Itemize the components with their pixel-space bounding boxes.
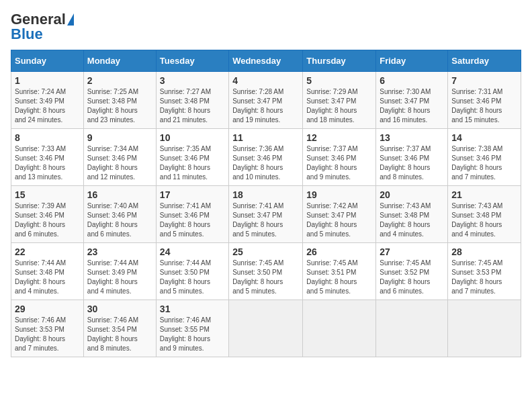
day-info: Sunrise: 7:31 AMSunset: 3:46 PMDaylight:… xyxy=(451,87,517,125)
calendar-cell: 18Sunrise: 7:41 AMSunset: 3:47 PMDayligh… xyxy=(229,186,303,243)
day-info: Sunrise: 7:38 AMSunset: 3:46 PMDaylight:… xyxy=(451,144,517,182)
day-number: 8 xyxy=(15,132,80,143)
calendar-cell: 19Sunrise: 7:42 AMSunset: 3:47 PMDayligh… xyxy=(303,186,376,243)
calendar-week-1: 1Sunrise: 7:24 AMSunset: 3:49 PMDaylight… xyxy=(11,72,521,129)
day-info: Sunrise: 7:33 AMSunset: 3:46 PMDaylight:… xyxy=(15,144,80,182)
day-info: Sunrise: 7:46 AMSunset: 3:54 PMDaylight:… xyxy=(87,316,152,353)
calendar-cell: 25Sunrise: 7:45 AMSunset: 3:50 PMDayligh… xyxy=(229,243,303,300)
day-info: Sunrise: 7:42 AMSunset: 3:47 PMDaylight:… xyxy=(306,201,372,239)
day-number: 3 xyxy=(160,75,225,86)
day-info: Sunrise: 7:46 AMSunset: 3:53 PMDaylight:… xyxy=(15,316,80,353)
calendar-cell: 30Sunrise: 7:46 AMSunset: 3:54 PMDayligh… xyxy=(83,300,156,357)
logo-blue-text: Blue xyxy=(11,26,43,43)
day-number: 6 xyxy=(380,75,444,86)
day-number: 20 xyxy=(380,189,444,200)
calendar-cell: 14Sunrise: 7:38 AMSunset: 3:46 PMDayligh… xyxy=(448,129,521,186)
calendar-week-3: 15Sunrise: 7:39 AMSunset: 3:46 PMDayligh… xyxy=(11,186,521,243)
calendar-cell: 3Sunrise: 7:27 AMSunset: 3:48 PMDaylight… xyxy=(156,72,228,129)
day-number: 19 xyxy=(306,189,372,200)
calendar-cell xyxy=(448,300,521,357)
day-number: 18 xyxy=(232,189,299,200)
calendar-cell xyxy=(229,300,303,357)
day-header-wednesday: Wednesday xyxy=(229,50,303,72)
day-number: 13 xyxy=(380,132,444,143)
day-header-tuesday: Tuesday xyxy=(156,50,228,72)
day-number: 22 xyxy=(15,246,80,257)
calendar-cell: 5Sunrise: 7:29 AMSunset: 3:47 PMDaylight… xyxy=(303,72,376,129)
day-number: 15 xyxy=(15,189,80,200)
day-number: 17 xyxy=(160,189,225,200)
day-number: 24 xyxy=(160,246,225,257)
day-number: 11 xyxy=(232,132,299,143)
day-number: 29 xyxy=(15,304,80,314)
day-info: Sunrise: 7:44 AMSunset: 3:48 PMDaylight:… xyxy=(15,259,80,296)
day-header-monday: Monday xyxy=(83,50,156,72)
logo-triangle-icon xyxy=(67,13,74,26)
calendar-cell xyxy=(303,300,376,357)
day-number: 12 xyxy=(306,132,372,143)
day-info: Sunrise: 7:37 AMSunset: 3:46 PMDaylight:… xyxy=(380,144,444,182)
day-header-thursday: Thursday xyxy=(303,50,376,72)
day-number: 14 xyxy=(451,132,517,143)
day-info: Sunrise: 7:37 AMSunset: 3:46 PMDaylight:… xyxy=(306,144,372,182)
day-info: Sunrise: 7:45 AMSunset: 3:51 PMDaylight:… xyxy=(306,259,372,296)
calendar-cell: 7Sunrise: 7:31 AMSunset: 3:46 PMDaylight… xyxy=(448,72,521,129)
day-info: Sunrise: 7:24 AMSunset: 3:49 PMDaylight:… xyxy=(15,87,80,125)
calendar-cell: 16Sunrise: 7:40 AMSunset: 3:46 PMDayligh… xyxy=(83,186,156,243)
day-number: 23 xyxy=(87,246,152,257)
day-number: 16 xyxy=(87,189,152,200)
day-info: Sunrise: 7:45 AMSunset: 3:52 PMDaylight:… xyxy=(380,259,444,296)
calendar-cell: 8Sunrise: 7:33 AMSunset: 3:46 PMDaylight… xyxy=(11,129,84,186)
day-number: 28 xyxy=(451,246,517,257)
day-info: Sunrise: 7:45 AMSunset: 3:50 PMDaylight:… xyxy=(232,259,299,296)
calendar-cell: 26Sunrise: 7:45 AMSunset: 3:51 PMDayligh… xyxy=(303,243,376,300)
day-number: 10 xyxy=(160,132,225,143)
day-info: Sunrise: 7:39 AMSunset: 3:46 PMDaylight:… xyxy=(15,201,80,239)
day-number: 25 xyxy=(232,246,299,257)
day-number: 7 xyxy=(451,75,517,86)
calendar-cell: 9Sunrise: 7:34 AMSunset: 3:46 PMDaylight… xyxy=(83,129,156,186)
calendar-cell: 22Sunrise: 7:44 AMSunset: 3:48 PMDayligh… xyxy=(11,243,84,300)
calendar-cell: 10Sunrise: 7:35 AMSunset: 3:46 PMDayligh… xyxy=(156,129,228,186)
calendar-cell: 1Sunrise: 7:24 AMSunset: 3:49 PMDaylight… xyxy=(11,72,84,129)
day-number: 1 xyxy=(15,75,80,86)
day-info: Sunrise: 7:44 AMSunset: 3:49 PMDaylight:… xyxy=(87,259,152,296)
calendar-cell: 4Sunrise: 7:28 AMSunset: 3:47 PMDaylight… xyxy=(229,72,303,129)
day-info: Sunrise: 7:43 AMSunset: 3:48 PMDaylight:… xyxy=(380,201,444,239)
calendar-cell: 17Sunrise: 7:41 AMSunset: 3:46 PMDayligh… xyxy=(156,186,228,243)
day-info: Sunrise: 7:30 AMSunset: 3:47 PMDaylight:… xyxy=(380,87,444,125)
day-info: Sunrise: 7:29 AMSunset: 3:47 PMDaylight:… xyxy=(306,87,372,125)
calendar-body: 1Sunrise: 7:24 AMSunset: 3:49 PMDaylight… xyxy=(11,72,521,357)
day-header-saturday: Saturday xyxy=(448,50,521,72)
calendar-cell: 12Sunrise: 7:37 AMSunset: 3:46 PMDayligh… xyxy=(303,129,376,186)
day-info: Sunrise: 7:27 AMSunset: 3:48 PMDaylight:… xyxy=(160,87,225,125)
calendar-week-2: 8Sunrise: 7:33 AMSunset: 3:46 PMDaylight… xyxy=(11,129,521,186)
day-number: 27 xyxy=(380,246,444,257)
day-info: Sunrise: 7:35 AMSunset: 3:46 PMDaylight:… xyxy=(160,144,225,182)
day-header-friday: Friday xyxy=(376,50,448,72)
day-info: Sunrise: 7:46 AMSunset: 3:55 PMDaylight:… xyxy=(160,316,225,353)
day-header-sunday: Sunday xyxy=(11,50,84,72)
calendar-table: SundayMondayTuesdayWednesdayThursdayFrid… xyxy=(11,50,521,357)
calendar-week-5: 29Sunrise: 7:46 AMSunset: 3:53 PMDayligh… xyxy=(11,300,521,357)
calendar-cell: 28Sunrise: 7:45 AMSunset: 3:53 PMDayligh… xyxy=(448,243,521,300)
day-number: 21 xyxy=(451,189,517,200)
day-number: 30 xyxy=(87,304,152,314)
day-info: Sunrise: 7:43 AMSunset: 3:48 PMDaylight:… xyxy=(451,201,517,239)
logo: General Blue xyxy=(11,11,74,43)
calendar-header: SundayMondayTuesdayWednesdayThursdayFrid… xyxy=(11,50,521,72)
day-number: 9 xyxy=(87,132,152,143)
calendar-cell: 23Sunrise: 7:44 AMSunset: 3:49 PMDayligh… xyxy=(83,243,156,300)
day-info: Sunrise: 7:36 AMSunset: 3:46 PMDaylight:… xyxy=(232,144,299,182)
day-info: Sunrise: 7:28 AMSunset: 3:47 PMDaylight:… xyxy=(232,87,299,125)
calendar-cell: 15Sunrise: 7:39 AMSunset: 3:46 PMDayligh… xyxy=(11,186,84,243)
day-info: Sunrise: 7:45 AMSunset: 3:53 PMDaylight:… xyxy=(451,259,517,296)
day-number: 31 xyxy=(160,304,225,314)
calendar-cell: 24Sunrise: 7:44 AMSunset: 3:50 PMDayligh… xyxy=(156,243,228,300)
day-info: Sunrise: 7:44 AMSunset: 3:50 PMDaylight:… xyxy=(160,259,225,296)
day-info: Sunrise: 7:25 AMSunset: 3:48 PMDaylight:… xyxy=(87,87,152,125)
calendar-cell: 13Sunrise: 7:37 AMSunset: 3:46 PMDayligh… xyxy=(376,129,448,186)
calendar-cell xyxy=(376,300,448,357)
day-number: 2 xyxy=(87,75,152,86)
header: General Blue xyxy=(11,11,521,43)
